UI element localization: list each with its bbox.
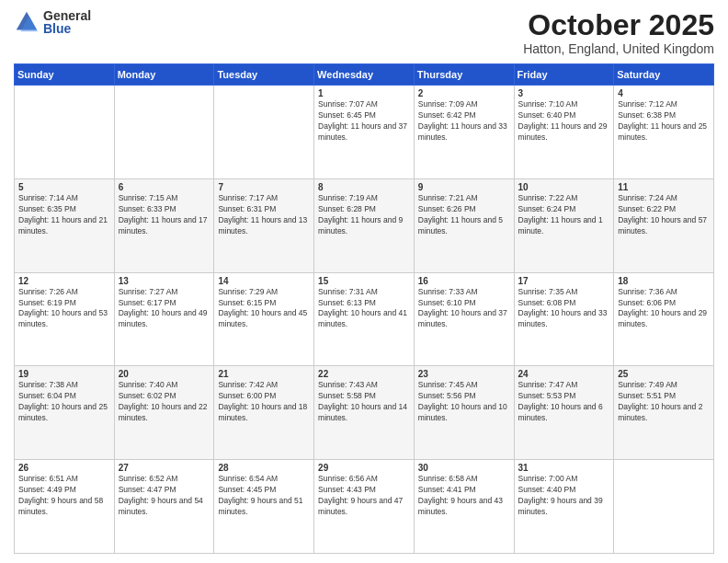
- calendar-cell: 12Sunrise: 7:26 AMSunset: 6:19 PMDayligh…: [15, 272, 115, 366]
- calendar-week-1: 1Sunrise: 7:07 AMSunset: 6:45 PMDaylight…: [15, 86, 714, 179]
- calendar-cell: 11Sunrise: 7:24 AMSunset: 6:22 PMDayligh…: [614, 178, 714, 272]
- day-number: 31: [518, 463, 610, 473]
- day-number: 17: [518, 276, 610, 286]
- calendar-week-5: 26Sunrise: 6:51 AMSunset: 4:49 PMDayligh…: [15, 460, 714, 554]
- calendar-cell: 24Sunrise: 7:47 AMSunset: 5:53 PMDayligh…: [514, 366, 614, 460]
- calendar-cell: 8Sunrise: 7:19 AMSunset: 6:28 PMDaylight…: [314, 178, 415, 272]
- day-header-thursday: Thursday: [414, 64, 514, 86]
- calendar-cell: 25Sunrise: 7:49 AMSunset: 5:51 PMDayligh…: [614, 366, 714, 460]
- day-number: 12: [18, 276, 110, 286]
- title-section: October 2025 Hatton, England, United Kin…: [523, 9, 714, 56]
- day-info: Sunrise: 7:24 AMSunset: 6:22 PMDaylight:…: [618, 193, 710, 237]
- calendar-cell: 23Sunrise: 7:45 AMSunset: 5:56 PMDayligh…: [414, 366, 514, 460]
- page: General Blue October 2025 Hatton, Englan…: [0, 0, 728, 563]
- day-number: 30: [418, 463, 510, 473]
- day-info: Sunrise: 7:47 AMSunset: 5:53 PMDaylight:…: [518, 380, 610, 424]
- calendar-cell: 6Sunrise: 7:15 AMSunset: 6:33 PMDaylight…: [114, 178, 214, 272]
- calendar-cell: 7Sunrise: 7:17 AMSunset: 6:31 PMDaylight…: [214, 178, 314, 272]
- day-number: 2: [418, 88, 510, 98]
- day-number: 10: [518, 182, 610, 192]
- calendar-cell: [214, 86, 314, 179]
- day-info: Sunrise: 7:29 AMSunset: 6:15 PMDaylight:…: [218, 287, 310, 331]
- day-number: 7: [218, 182, 310, 192]
- calendar-cell: 21Sunrise: 7:42 AMSunset: 6:00 PMDayligh…: [214, 366, 314, 460]
- logo-blue: Blue: [43, 22, 91, 35]
- day-info: Sunrise: 7:35 AMSunset: 6:08 PMDaylight:…: [518, 287, 610, 331]
- calendar-cell: 17Sunrise: 7:35 AMSunset: 6:08 PMDayligh…: [514, 272, 614, 366]
- calendar-week-4: 19Sunrise: 7:38 AMSunset: 6:04 PMDayligh…: [15, 366, 714, 460]
- day-number: 15: [318, 276, 410, 286]
- day-number: 3: [518, 88, 610, 98]
- day-number: 21: [218, 369, 310, 379]
- day-number: 25: [618, 369, 710, 379]
- day-info: Sunrise: 7:40 AMSunset: 6:02 PMDaylight:…: [119, 380, 210, 424]
- calendar-cell: 31Sunrise: 7:00 AMSunset: 4:40 PMDayligh…: [514, 460, 614, 554]
- day-info: Sunrise: 7:33 AMSunset: 6:10 PMDaylight:…: [418, 287, 510, 331]
- calendar-table: SundayMondayTuesdayWednesdayThursdayFrid…: [14, 63, 714, 554]
- calendar-cell: 28Sunrise: 6:54 AMSunset: 4:45 PMDayligh…: [214, 460, 314, 554]
- day-info: Sunrise: 7:36 AMSunset: 6:06 PMDaylight:…: [618, 287, 710, 331]
- header: General Blue October 2025 Hatton, Englan…: [14, 9, 714, 56]
- logo-icon: [14, 9, 40, 35]
- calendar-cell: 22Sunrise: 7:43 AMSunset: 5:58 PMDayligh…: [314, 366, 415, 460]
- day-info: Sunrise: 7:38 AMSunset: 6:04 PMDaylight:…: [18, 380, 110, 424]
- day-info: Sunrise: 6:51 AMSunset: 4:49 PMDaylight:…: [18, 474, 110, 518]
- calendar-cell: 19Sunrise: 7:38 AMSunset: 6:04 PMDayligh…: [15, 366, 115, 460]
- day-info: Sunrise: 7:09 AMSunset: 6:42 PMDaylight:…: [418, 99, 510, 144]
- location: Hatton, England, United Kingdom: [523, 41, 714, 56]
- day-info: Sunrise: 7:49 AMSunset: 5:51 PMDaylight:…: [618, 380, 710, 424]
- day-info: Sunrise: 7:17 AMSunset: 6:31 PMDaylight:…: [218, 193, 310, 237]
- calendar-cell: 26Sunrise: 6:51 AMSunset: 4:49 PMDayligh…: [15, 460, 115, 554]
- logo-general: General: [43, 9, 91, 22]
- day-number: 22: [318, 369, 410, 379]
- day-number: 26: [18, 463, 110, 473]
- calendar-cell: 14Sunrise: 7:29 AMSunset: 6:15 PMDayligh…: [214, 272, 314, 366]
- calendar-cell: 2Sunrise: 7:09 AMSunset: 6:42 PMDaylight…: [414, 86, 514, 179]
- day-number: 5: [18, 182, 110, 192]
- day-info: Sunrise: 7:12 AMSunset: 6:38 PMDaylight:…: [618, 99, 710, 144]
- day-info: Sunrise: 7:27 AMSunset: 6:17 PMDaylight:…: [119, 287, 210, 331]
- calendar-cell: 30Sunrise: 6:58 AMSunset: 4:41 PMDayligh…: [414, 460, 514, 554]
- day-number: 18: [618, 276, 710, 286]
- calendar-cell: 16Sunrise: 7:33 AMSunset: 6:10 PMDayligh…: [414, 272, 514, 366]
- day-header-sunday: Sunday: [15, 64, 115, 86]
- day-number: 29: [318, 463, 410, 473]
- calendar-cell: 15Sunrise: 7:31 AMSunset: 6:13 PMDayligh…: [314, 272, 415, 366]
- day-header-friday: Friday: [514, 64, 614, 86]
- day-info: Sunrise: 7:14 AMSunset: 6:35 PMDaylight:…: [18, 193, 110, 237]
- day-info: Sunrise: 7:31 AMSunset: 6:13 PMDaylight:…: [318, 287, 410, 331]
- calendar-header-row: SundayMondayTuesdayWednesdayThursdayFrid…: [15, 64, 714, 86]
- day-info: Sunrise: 7:00 AMSunset: 4:40 PMDaylight:…: [518, 474, 610, 518]
- day-number: 9: [418, 182, 510, 192]
- day-info: Sunrise: 7:15 AMSunset: 6:33 PMDaylight:…: [119, 193, 210, 237]
- calendar-cell: 1Sunrise: 7:07 AMSunset: 6:45 PMDaylight…: [314, 86, 415, 179]
- calendar-cell: 3Sunrise: 7:10 AMSunset: 6:40 PMDaylight…: [514, 86, 614, 179]
- calendar-cell: 27Sunrise: 6:52 AMSunset: 4:47 PMDayligh…: [114, 460, 214, 554]
- day-number: 11: [618, 182, 710, 192]
- day-number: 20: [119, 369, 210, 379]
- logo-text: General Blue: [43, 9, 91, 35]
- calendar-week-3: 12Sunrise: 7:26 AMSunset: 6:19 PMDayligh…: [15, 272, 714, 366]
- day-number: 23: [418, 369, 510, 379]
- day-header-saturday: Saturday: [614, 64, 714, 86]
- day-number: 14: [218, 276, 310, 286]
- day-info: Sunrise: 7:22 AMSunset: 6:24 PMDaylight:…: [518, 193, 610, 237]
- day-info: Sunrise: 6:52 AMSunset: 4:47 PMDaylight:…: [119, 474, 210, 518]
- day-header-tuesday: Tuesday: [214, 64, 314, 86]
- calendar-cell: [114, 86, 214, 179]
- calendar-week-2: 5Sunrise: 7:14 AMSunset: 6:35 PMDaylight…: [15, 178, 714, 272]
- day-info: Sunrise: 6:54 AMSunset: 4:45 PMDaylight:…: [218, 474, 310, 518]
- day-number: 6: [119, 182, 210, 192]
- day-number: 16: [418, 276, 510, 286]
- day-number: 27: [119, 463, 210, 473]
- calendar-cell: 13Sunrise: 7:27 AMSunset: 6:17 PMDayligh…: [114, 272, 214, 366]
- day-info: Sunrise: 6:56 AMSunset: 4:43 PMDaylight:…: [318, 474, 410, 518]
- calendar-cell: 29Sunrise: 6:56 AMSunset: 4:43 PMDayligh…: [314, 460, 415, 554]
- day-info: Sunrise: 6:58 AMSunset: 4:41 PMDaylight:…: [418, 474, 510, 518]
- day-info: Sunrise: 7:43 AMSunset: 5:58 PMDaylight:…: [318, 380, 410, 424]
- day-number: 19: [18, 369, 110, 379]
- calendar-cell: [614, 460, 714, 554]
- day-header-monday: Monday: [114, 64, 214, 86]
- day-number: 24: [518, 369, 610, 379]
- day-info: Sunrise: 7:19 AMSunset: 6:28 PMDaylight:…: [318, 193, 410, 237]
